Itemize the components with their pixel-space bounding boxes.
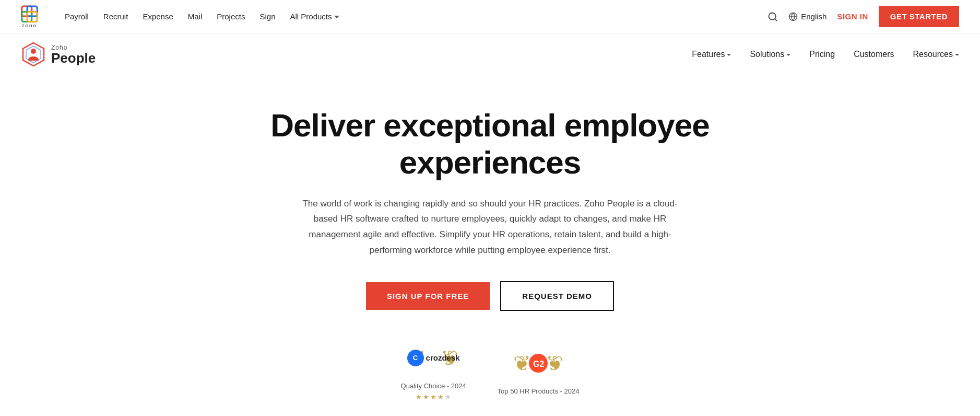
hero-title: Deliver exceptional employee experiences [266, 107, 715, 181]
nav-expense[interactable]: Expense [143, 12, 173, 21]
svg-line-6 [775, 18, 777, 20]
svg-text:ZOHO: ZOHO [22, 23, 37, 28]
nav-sign[interactable]: Sign [259, 12, 275, 21]
nav-payroll[interactable]: Payroll [65, 12, 89, 21]
people-logo[interactable]: Zoho People [21, 42, 96, 67]
search-button[interactable] [768, 11, 778, 22]
g2-badge: ❦ G2 ❦ Top 50 HR Products - 2024 [498, 342, 580, 395]
svg-text:G2: G2 [533, 360, 544, 368]
language-label: English [801, 12, 826, 21]
features-chevron-icon [727, 54, 731, 56]
g2-laurel-right-icon: ❦ [546, 353, 563, 374]
all-products-chevron-icon [334, 16, 339, 18]
signup-button[interactable]: SIGN UP FOR FREE [366, 282, 490, 310]
crozdesk-stars: ★ ★ ★ ★ ★ [416, 393, 451, 401]
search-icon [768, 11, 778, 22]
top-nav: Payroll Recruit Expense Mail Projects Si… [65, 12, 339, 21]
resources-chevron-icon [955, 54, 959, 56]
demo-button[interactable]: REQUEST DEMO [500, 281, 614, 311]
crozdesk-logo-icon: C [407, 350, 424, 366]
nav-solutions[interactable]: Solutions [750, 50, 790, 59]
nav-projects[interactable]: Projects [217, 12, 245, 21]
solutions-chevron-icon [786, 54, 790, 56]
top-bar-right: English SIGN IN GET STARTED [768, 6, 959, 27]
nav-features[interactable]: Features [692, 50, 731, 59]
nav-resources[interactable]: Resources [913, 50, 959, 59]
hero-section: Deliver exceptional employee experiences… [255, 75, 725, 416]
main-content: Deliver exceptional employee experiences… [0, 75, 980, 416]
nav-recruit[interactable]: Recruit [103, 12, 128, 21]
g2-logo-icon: G2 [529, 354, 548, 373]
svg-point-11 [31, 49, 36, 54]
product-brand-name: People [51, 51, 96, 65]
product-bar: Zoho People Features Solutions Pricing C… [0, 33, 980, 75]
top-bar: ZOHO Payroll Recruit Expense Mail Projec… [0, 0, 980, 33]
nav-all-products[interactable]: All Products [290, 12, 339, 21]
zoho-logo[interactable]: ZOHO [21, 5, 48, 28]
crozdesk-logo-text: crozdesk [426, 353, 460, 362]
hero-buttons: SIGN UP FOR FREE REQUEST DEMO [366, 281, 614, 311]
globe-icon [788, 12, 798, 21]
nav-mail[interactable]: Mail [188, 12, 203, 21]
get-started-button[interactable]: GET STARTED [879, 6, 959, 27]
crozdesk-badge: ❦ C crozdesk ❦ Quality Choice - 2024 ★ ★… [401, 337, 466, 401]
hero-subtitle: The world of work is changing rapidly an… [302, 196, 678, 258]
product-nav: Features Solutions Pricing Customers Res… [692, 50, 959, 59]
language-selector[interactable]: English [788, 12, 826, 21]
top-bar-left: ZOHO Payroll Recruit Expense Mail Projec… [21, 5, 339, 28]
people-logo-icon [21, 42, 46, 67]
g2-laurel-left-icon: ❦ [513, 353, 531, 374]
nav-pricing[interactable]: Pricing [809, 50, 835, 59]
g2-badge-label: Top 50 HR Products - 2024 [498, 387, 580, 395]
crozdesk-badge-label: Quality Choice - 2024 [401, 382, 466, 390]
nav-customers[interactable]: Customers [854, 50, 894, 59]
signin-button[interactable]: SIGN IN [837, 12, 868, 21]
badges-row: ❦ C crozdesk ❦ Quality Choice - 2024 ★ ★… [266, 337, 715, 401]
